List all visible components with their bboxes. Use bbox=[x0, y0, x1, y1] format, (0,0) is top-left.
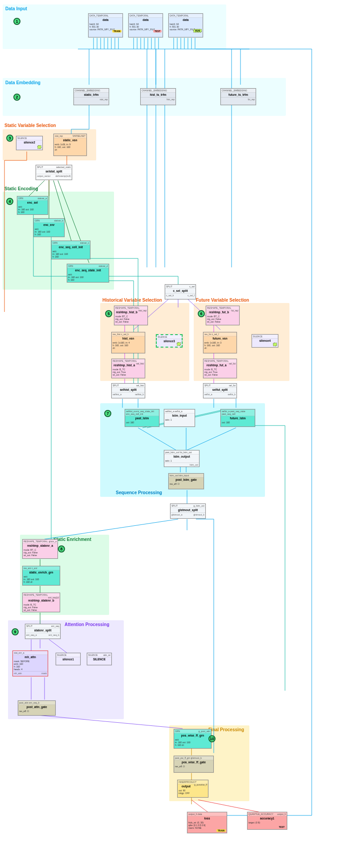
node-enc-enr[interactable]: GRN statvar_b enc_enr acti:in: 160 out: … bbox=[33, 218, 65, 237]
tag-test: TEST bbox=[153, 30, 162, 33]
region-label-static-enrich: Static Enrichment bbox=[53, 537, 91, 542]
svg-line-93 bbox=[198, 800, 265, 813]
tag-run: RUN bbox=[193, 29, 202, 33]
node-selstat-split[interactable]: SPLIT selected_static selstat_split outp… bbox=[36, 165, 72, 180]
node-selhist-split[interactable]: SPLIT sel_hist selhist_split selhist_ase… bbox=[111, 383, 145, 398]
node-reshtmp-fut-b[interactable]: RESHAPE_TEMPORAL fut_rep reshtmp_fut_b m… bbox=[206, 306, 240, 325]
node-reshtmp-statenr-b[interactable]: RESHAPE_TEMPORAL enr_seq1d reshtmp_state… bbox=[22, 593, 60, 612]
region-label-static-varsel: Static Variable Selection bbox=[4, 123, 56, 128]
node-post-attn-gate[interactable]: post_attn enr_seq_b post_attn_gate res_e… bbox=[18, 700, 56, 716]
node-output[interactable]: INNERPRODUCT g_poswise_ff output out: 90… bbox=[177, 780, 208, 798]
badge-8: 8 bbox=[58, 545, 65, 553]
node-pos-wise-ff-grn[interactable]: GRN g_post_attn pos_wise_ff_grn acti:in:… bbox=[174, 729, 212, 749]
node-glstmout-split[interactable]: SPLIT g_lstm_out glstmout_split glstmout… bbox=[170, 504, 206, 519]
node-data-test[interactable]: DATA_TEMPORAL data batch: 64 h: 501 30 s… bbox=[128, 13, 163, 37]
node-lstm-input[interactable]: selhist_a selfut_a lstm_input axis: 1 bbox=[164, 409, 195, 427]
node-data-run[interactable]: DATA_TEMPORAL data batch: 64 h: 501 30 s… bbox=[168, 13, 203, 37]
node-reshtmp-fut-a[interactable]: RESHAPE_TEMPORAL sel_fut reshtmp_fut_a m… bbox=[203, 359, 237, 378]
badge-9: 9 bbox=[12, 628, 19, 635]
region-label-seq-processing: Sequence Processing bbox=[116, 490, 162, 495]
badge-1: 1 bbox=[13, 18, 20, 25]
region-label-fut-varsel: Future Variable Selection bbox=[196, 298, 249, 303]
node-silence1[interactable]: SILENCE silence1 bbox=[56, 653, 81, 665]
node-silence4[interactable]: SILENCE silence4 bbox=[252, 334, 278, 348]
node-fut-trfm[interactable]: CHANNEL_EMBEDDING future_ts_trfm fut_rep bbox=[220, 88, 256, 105]
node-type: DATA_TEMPORAL bbox=[89, 14, 122, 18]
badge-3: 3 bbox=[6, 135, 13, 142]
node-future-lstm[interactable]: selfut_a past_seq_state past_seq_cell fu… bbox=[220, 409, 255, 427]
node-mh-attn[interactable]: stat_enr_a mh_attn mask: SEFOREemb: 160h… bbox=[12, 651, 48, 676]
node-past-lstm[interactable]: selhist_a enc_seq_state_init enc_seq_cel… bbox=[125, 409, 159, 427]
node-c-sel-split[interactable]: SPLIT c_sel c_sel_split c_sel_hc_sel_f bbox=[165, 284, 196, 299]
node-enc-cell[interactable]: GRN statvar_c enc_seq_cell_init acti:in:… bbox=[51, 241, 90, 259]
node-title: data bbox=[89, 18, 122, 22]
node-reshtmp-statenr-a[interactable]: RESHAPE_TEMPORAL glstm_a reshtmp_statenr… bbox=[22, 539, 58, 559]
node-reshtmp-hist-a[interactable]: RESHAPE_TEMPORAL sel_hist reshtmp_hist_a… bbox=[111, 359, 145, 378]
node-accuracy1[interactable]: QUANTILE_ACCURACY output_h accuracy1 tar… bbox=[247, 812, 287, 830]
node-hist-vsn[interactable]: res_hist c_sel_h hist_vsn emb: 1x160, in… bbox=[111, 332, 145, 353]
node-statenr-split[interactable]: SPLIT enr_seq statenr_split enr_seq_aenr… bbox=[25, 624, 61, 639]
node-loss[interactable]: output_h data loss hidx_wt: (0, 30)qtile… bbox=[187, 812, 227, 833]
region-label-embedding: Data Embedding bbox=[5, 80, 41, 85]
badge-2: 2 bbox=[13, 94, 20, 101]
tag-train: TRAIN bbox=[112, 30, 122, 33]
badge-6: 6 bbox=[198, 310, 205, 317]
node-enc-sel[interactable]: GRN statvar_a enc_sel acti:in: 160 out: … bbox=[17, 196, 48, 215]
node-static-trfm[interactable]: CHANNEL_EMBEDDING static_trfm stat_rep bbox=[73, 88, 109, 105]
node-selfut-split[interactable]: SPLIT sel_fut selfut_split selfut_aselfu… bbox=[203, 383, 237, 398]
node-silence2[interactable]: SILENCE silence2 bbox=[16, 136, 43, 150]
node-static-enrich-grn[interactable]: res_enr c_enr static_enrich_grn acti:in:… bbox=[22, 566, 60, 585]
region-label-data-input: Data Input bbox=[5, 6, 27, 11]
node-future-vsn[interactable]: res_fut c_sel_f future_vsn emb: 1x160, i… bbox=[203, 332, 237, 353]
node-silence0[interactable]: SILENCE attn_wt SILENCE bbox=[87, 653, 112, 665]
region-label-hist-varsel: Historical Variable Selection bbox=[102, 298, 162, 303]
region-label-static-encoding: Static Encoding bbox=[4, 186, 38, 191]
region-label-final: Final Processing bbox=[208, 727, 244, 732]
node-hist-trfm[interactable]: CHANNEL_EMBEDDING hist_ts_trfm hist_rep bbox=[140, 88, 176, 105]
node-silence3[interactable]: SILENCE silence3 bbox=[156, 334, 183, 348]
node-post-lstm-gate[interactable]: lstm_out lstm_input post_lstm_gate res_e… bbox=[168, 473, 204, 489]
node-data-train[interactable]: DATA_TEMPORAL data batch: 64 h: 501 30 s… bbox=[88, 13, 123, 37]
badge-7: 7 bbox=[104, 410, 111, 417]
node-reshtmp-hist-b[interactable]: RESHAPE_TEMPORAL hist_rep reshtmp_hist_b… bbox=[114, 306, 148, 325]
node-pos-wise-ff-gate[interactable]: post_pw_ff_grn glstmout_b pos_wise_ff_ga… bbox=[174, 756, 214, 773]
badge-5: 5 bbox=[105, 310, 112, 317]
svg-line-92 bbox=[191, 800, 209, 813]
badge-10: 10 bbox=[208, 735, 216, 742]
badge-4: 4 bbox=[6, 198, 13, 205]
node-static-vsn[interactable]: stat_rep VARSELNET static_vsn emb: 1x26,… bbox=[53, 134, 87, 156]
node-enc-state[interactable]: GRN statvar_d enc_seq_state_init acti:in… bbox=[67, 264, 109, 283]
node-lstm-output[interactable]: past_lstm_out fut_lstm_out lstm_output a… bbox=[164, 450, 200, 467]
region-label-attention: Attention Processing bbox=[65, 622, 110, 627]
